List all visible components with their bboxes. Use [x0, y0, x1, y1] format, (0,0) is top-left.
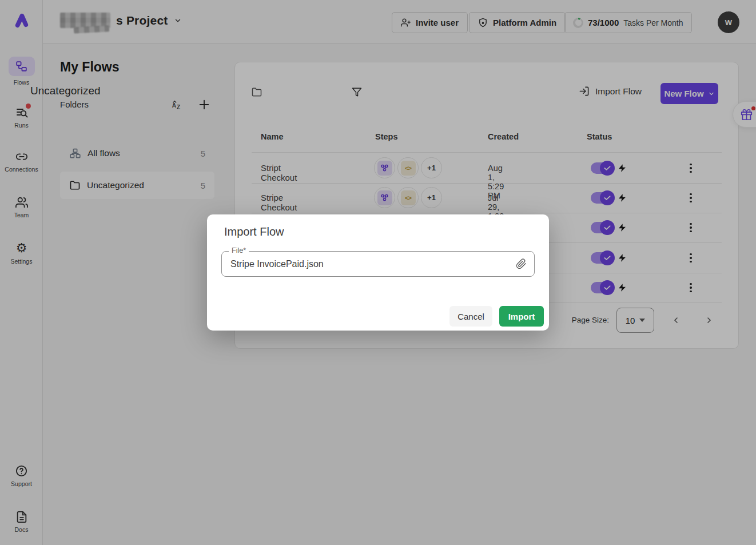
- cancel-button[interactable]: Cancel: [449, 306, 492, 327]
- import-flow-dialog: Import Flow File* Stripe InvoicePaid.jso…: [207, 214, 549, 331]
- import-button[interactable]: Import: [499, 306, 544, 327]
- dialog-title: Import Flow: [224, 225, 284, 238]
- file-field[interactable]: File* Stripe InvoicePaid.json: [221, 251, 535, 277]
- paperclip-icon[interactable]: [516, 258, 527, 269]
- file-field-value: Stripe InvoicePaid.json: [230, 252, 324, 276]
